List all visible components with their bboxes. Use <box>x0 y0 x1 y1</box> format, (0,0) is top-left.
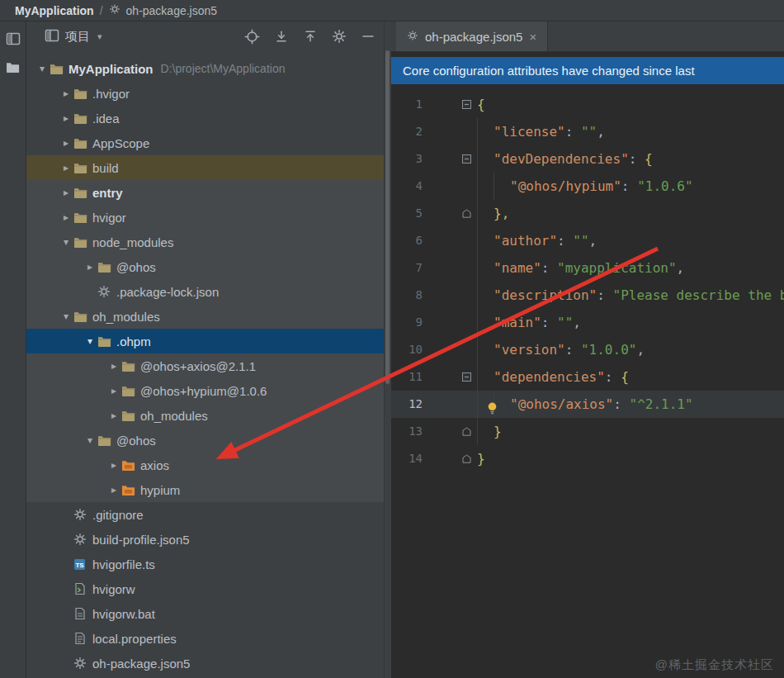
token-key: "author" <box>494 233 557 249</box>
expand-all-icon[interactable] <box>274 29 289 44</box>
panel-title[interactable]: 项目 <box>65 29 90 45</box>
fold-end-icon[interactable] <box>427 445 477 472</box>
chevron-right-icon[interactable]: ▸ <box>59 162 73 173</box>
code-text[interactable]: "@ohos/hypium": "1.0.6" <box>477 173 693 200</box>
code-line-1[interactable]: 1{ <box>391 91 784 118</box>
tree-item-oh-modules[interactable]: ▸oh_modules <box>26 403 384 428</box>
token-brace: { <box>477 97 485 112</box>
tree-item-ohos[interactable]: ▸@ohos <box>26 254 384 279</box>
close-icon[interactable]: × <box>529 30 536 44</box>
project-view-stripe-icon[interactable] <box>4 30 22 48</box>
code-text[interactable]: { <box>477 91 485 118</box>
fold-collapse-icon[interactable] <box>427 145 477 173</box>
tree-item-hvigor[interactable]: ▸.hvigor <box>26 81 384 106</box>
code-line-13[interactable]: 13} <box>391 418 784 445</box>
tree-item-hvigorw[interactable]: hvigorw <box>26 576 384 601</box>
code-line-11[interactable]: 11"dependencies": { <box>391 363 784 391</box>
tree-item-ohos-axios-2-1-1[interactable]: ▸@ohos+axios@2.1.1 <box>26 353 384 378</box>
tree-item-axios[interactable]: ▸axios <box>26 453 384 477</box>
code-line-6[interactable]: 6"author": "", <box>391 227 784 254</box>
chevron-right-icon[interactable]: ▸ <box>106 459 121 471</box>
tree-item-idea[interactable]: ▸.idea <box>26 106 384 130</box>
code-line-12[interactable]: 12"@ohos/axios": "^2.1.1" <box>391 391 784 418</box>
tree-item-oh-package-json5[interactable]: oh-package.json5 <box>26 651 384 676</box>
code-text[interactable]: }, <box>477 200 509 227</box>
code-line-4[interactable]: 4"@ohos/hypium": "1.0.6" <box>391 173 784 200</box>
hide-icon[interactable] <box>361 29 375 44</box>
code-text[interactable]: "name": "myapplication", <box>477 254 684 282</box>
code-text[interactable]: "version": "1.0.0", <box>477 336 645 363</box>
tree-item-ohos-hypium-1-0-6[interactable]: ▸@ohos+hypium@1.0.6 <box>26 378 384 403</box>
fold-collapse-icon[interactable] <box>427 363 477 391</box>
code-line-14[interactable]: 14} <box>391 445 784 472</box>
tree-item-hvigorfile-ts[interactable]: TShvigorfile.ts <box>26 552 384 576</box>
module-icon <box>121 484 139 496</box>
chevron-right-icon[interactable]: ▸ <box>59 211 73 223</box>
panel-splitter[interactable] <box>384 21 391 678</box>
tree-item-oh-modules[interactable]: ▾oh_modules <box>26 304 384 329</box>
chevron-right-icon[interactable]: ▸ <box>59 88 73 99</box>
chevron-right-icon[interactable]: ▸ <box>106 484 121 495</box>
code-text[interactable]: "main": "", <box>477 309 581 336</box>
chevron-down-icon[interactable]: ▾ <box>83 434 97 446</box>
chevron-right-icon[interactable]: ▸ <box>83 261 97 273</box>
tab-oh-package-json5[interactable]: oh-package.json5 × <box>396 21 548 51</box>
chevron-down-icon[interactable]: ▾ <box>59 311 73 322</box>
code-text[interactable]: "author": "", <box>477 227 597 254</box>
chevron-down-icon[interactable]: ▾ <box>35 63 50 74</box>
locate-icon[interactable] <box>244 29 260 45</box>
code-line-8[interactable]: 8"description": "Please describe the bas <box>391 282 784 309</box>
chevron-down-icon[interactable]: ▾ <box>83 335 97 347</box>
code-text[interactable]: "devDependencies": { <box>477 145 653 173</box>
code-editor[interactable]: 1{2"license": "",3"devDependencies": {4"… <box>391 84 784 678</box>
chevron-right-icon[interactable]: ▸ <box>106 385 121 396</box>
chevron-right-icon[interactable]: ▸ <box>106 410 121 421</box>
tree-item-build[interactable]: ▸build <box>26 155 384 180</box>
code-text[interactable]: } <box>477 445 485 472</box>
folder-stripe-icon[interactable] <box>4 58 22 76</box>
code-line-9[interactable]: 9"main": "", <box>391 309 784 336</box>
tree-item-local-properties[interactable]: local.properties <box>26 626 384 651</box>
token-punc: , <box>589 233 597 249</box>
code-text[interactable]: "dependencies": { <box>477 363 629 391</box>
indent-guide <box>477 200 494 227</box>
tree-item-package-lock-json[interactable]: .package-lock.json <box>26 279 384 304</box>
tree-item-label: AppScope <box>92 136 149 150</box>
code-line-2[interactable]: 2"license": "", <box>391 118 784 145</box>
fold-collapse-icon[interactable] <box>427 91 477 118</box>
settings-icon[interactable] <box>332 29 347 44</box>
code-line-7[interactable]: 7"name": "myapplication", <box>391 254 784 282</box>
fold-end-icon[interactable] <box>427 200 477 227</box>
collapse-all-icon[interactable] <box>303 29 318 44</box>
tree-item-myapplication[interactable]: ▾MyApplicationD:\project\MyApplication <box>26 56 384 81</box>
tree-item-node-modules[interactable]: ▾node_modules <box>26 230 384 254</box>
fold-end-icon[interactable] <box>427 418 477 445</box>
tree-item-gitignore[interactable]: .gitignore <box>26 502 384 527</box>
tree-item-hvigorw-bat[interactable]: hvigorw.bat <box>26 601 384 626</box>
code-text[interactable]: } <box>477 418 502 445</box>
tree-item-ohpm[interactable]: ▾.ohpm <box>26 329 384 353</box>
breadcrumb-file[interactable]: oh-package.json5 <box>126 4 218 17</box>
tree-item-entry[interactable]: ▸entry <box>26 180 384 205</box>
tree-item-hvigor[interactable]: ▸hvigor <box>26 205 384 230</box>
tree-item-hypium[interactable]: ▸hypium <box>26 477 384 502</box>
code-line-3[interactable]: 3"devDependencies": { <box>391 145 784 173</box>
project-panel-header: 项目 ▾ <box>26 21 384 51</box>
chevron-right-icon[interactable]: ▸ <box>59 137 73 149</box>
chevron-down-icon[interactable]: ▾ <box>97 31 102 42</box>
tree-item-build-profile-json5[interactable]: build-profile.json5 <box>26 527 384 552</box>
code-line-10[interactable]: 10"version": "1.0.0", <box>391 336 784 363</box>
code-line-5[interactable]: 5}, <box>391 200 784 227</box>
chevron-right-icon[interactable]: ▸ <box>106 360 121 372</box>
line-number: 10 <box>391 336 427 363</box>
tree-item-ohos[interactable]: ▾@ohos <box>26 428 384 453</box>
breadcrumb-app[interactable]: MyApplication <box>15 4 94 17</box>
code-text[interactable]: "description": "Please describe the bas <box>477 282 784 309</box>
chevron-down-icon[interactable]: ▾ <box>59 236 73 248</box>
code-text[interactable]: "@ohos/axios": "^2.1.1" <box>477 391 693 418</box>
chevron-right-icon[interactable]: ▸ <box>59 187 73 198</box>
chevron-right-icon[interactable]: ▸ <box>59 112 73 124</box>
code-text[interactable]: "license": "", <box>477 118 605 145</box>
tree-item-appscope[interactable]: ▸AppScope <box>26 130 384 155</box>
scrollbar-thumb[interactable] <box>385 50 390 384</box>
